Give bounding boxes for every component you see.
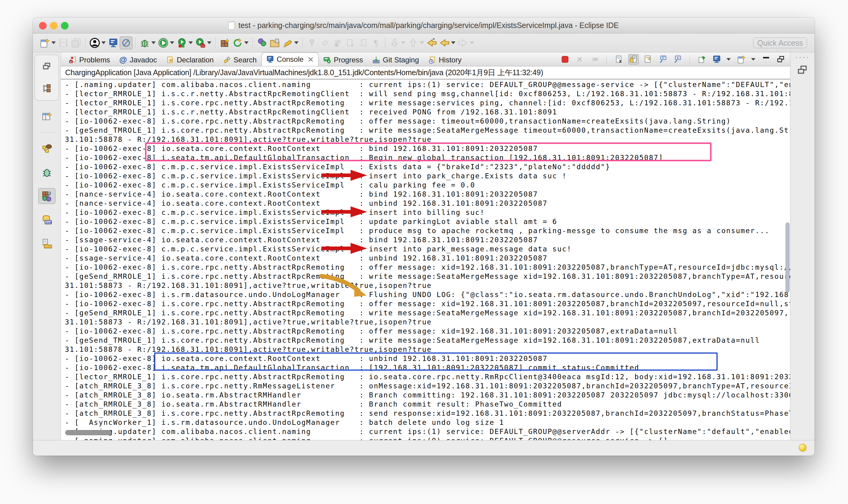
new-wizard-icon[interactable] <box>38 37 51 49</box>
show-console-on-output-icon[interactable] <box>658 54 668 65</box>
open-perspective-icon[interactable] <box>38 109 55 125</box>
log-line: - [atch_RMROLE_3_8] i.s.core.rpc.netty.R… <box>65 381 790 391</box>
minimize-window-button[interactable] <box>50 22 57 30</box>
java-perspective-icon[interactable]: J <box>38 188 55 204</box>
tab-console[interactable]: Console ⨯ <box>261 52 318 66</box>
drag-grip[interactable] <box>796 57 809 58</box>
tab-javadoc[interactable]: @ Javadoc <box>115 54 161 66</box>
back-icon[interactable] <box>438 37 451 49</box>
console-view: x Problems @ Javadoc Declaration Search <box>61 53 790 440</box>
tab-search[interactable]: Search <box>219 54 261 66</box>
svg-text:x: x <box>619 58 622 64</box>
debug-perspective-icon[interactable] <box>38 164 55 180</box>
log-line: - [io-10062-exec-8] i.s.core.rpc.netty.A… <box>65 299 790 308</box>
update-project-dropdown[interactable] <box>244 41 248 44</box>
word-wrap-icon[interactable] <box>643 54 653 65</box>
progress-icon <box>323 56 331 64</box>
tab-progress[interactable]: Progress <box>318 54 368 66</box>
maximize-view-icon[interactable] <box>776 54 786 65</box>
minimize-view-icon[interactable] <box>761 54 771 65</box>
debug-icon[interactable] <box>138 37 151 49</box>
show-console-on-error-icon[interactable]: x: <box>672 54 682 65</box>
fast-view-panel <box>34 54 59 101</box>
restore-view-icon[interactable] <box>38 58 55 74</box>
resource-perspective-icon[interactable] <box>38 236 55 251</box>
console-log-viewport[interactable]: - [.naming.updater] com.alibaba.nacos.cl… <box>61 79 790 440</box>
last-edit-location-icon[interactable]: * <box>425 37 438 49</box>
display-selected-console-icon[interactable] <box>712 54 722 65</box>
log-line: - [atch_RMROLE_3_8] io.seata.rm.Abstract… <box>65 400 790 409</box>
tab-label: Javadoc <box>130 56 157 64</box>
log-line: - [io-10062-exec-8] i.s.rm.datasource.un… <box>65 290 790 299</box>
blue-annotation-box <box>154 353 717 371</box>
tab-git-staging[interactable]: Git Staging <box>368 54 424 66</box>
close-tab-icon[interactable]: ⨯ <box>308 55 314 64</box>
log-line: - [io-10062-exec-8] c.m.p.c.service.impl… <box>65 180 790 190</box>
run-icon[interactable] <box>157 37 170 49</box>
notification-ball-icon[interactable] <box>799 444 807 452</box>
status-bar <box>33 440 814 456</box>
back-dropdown[interactable] <box>451 41 455 44</box>
scroll-lock-icon[interactable] <box>628 54 639 65</box>
run-dropdown[interactable] <box>170 41 174 44</box>
open-type-icon[interactable] <box>256 37 269 49</box>
user-profile-dropdown[interactable] <box>101 41 106 44</box>
log-line: - [.naming.updater] com.alibaba.nacos.cl… <box>65 427 790 436</box>
spring-boot-dashboard-icon[interactable] <box>38 141 55 157</box>
terminate-icon[interactable] <box>560 54 570 65</box>
perspective-bar: J SVN <box>33 53 61 440</box>
tab-label: Problems <box>79 56 110 64</box>
svg-text:J: J <box>48 191 51 196</box>
tab-history[interactable]: History <box>424 54 466 66</box>
log-line: - [io-10062-exec-8] i.s.core.rpc.netty.A… <box>65 116 790 126</box>
red-arrow-1 <box>321 169 368 181</box>
tab-problems[interactable]: x Problems <box>64 54 115 66</box>
profile-dropdown[interactable] <box>207 41 211 44</box>
highlighter-icon[interactable] <box>281 37 294 49</box>
tab-declaration[interactable]: Declaration <box>161 54 218 66</box>
display-selected-console-dropdown[interactable] <box>726 58 731 60</box>
svg-text:x:: x: <box>676 56 679 59</box>
pin-console-icon[interactable] <box>697 54 707 65</box>
update-project-icon[interactable] <box>231 37 244 49</box>
open-task-icon[interactable] <box>269 37 281 49</box>
tab-label: History <box>439 56 462 64</box>
title-bar[interactable]: test - parking-charging/src/main/java/co… <box>33 18 814 34</box>
collapsed-view-strip <box>790 53 814 440</box>
open-console-icon[interactable] <box>736 54 747 65</box>
debug-dropdown[interactable] <box>151 41 156 44</box>
type-hierarchy-icon[interactable] <box>38 80 55 96</box>
pink-annotation-box <box>145 142 712 161</box>
previous-annotation-icon <box>357 37 369 49</box>
open-console-view-icon[interactable] <box>107 37 120 49</box>
log-line: 31.101:58873 - R:/192.168.31.101:8091],a… <box>65 281 790 290</box>
skip-all-breakpoints-icon[interactable] <box>120 37 133 49</box>
user-profile-icon[interactable] <box>88 37 101 49</box>
coverage-dropdown[interactable] <box>189 41 193 44</box>
clear-console-icon[interactable]: x <box>614 54 624 65</box>
next-annotation-icon <box>344 37 357 49</box>
next-edit-location-icon <box>388 37 401 49</box>
log-line: - [ AsyncWorker_1] i.s.rm.datasource.und… <box>65 418 790 427</box>
log-line: - [io-10062-exec-8] i.s.core.rpc.netty.A… <box>65 327 790 336</box>
zoom-window-button[interactable] <box>61 22 69 30</box>
profile-icon[interactable] <box>194 37 207 49</box>
open-console-dropdown[interactable] <box>751 58 756 60</box>
declaration-icon <box>166 56 174 64</box>
quick-access-button[interactable]: Quick Access <box>753 37 807 48</box>
highlighter-dropdown[interactable] <box>294 41 298 44</box>
log-line: - [lector_RMROLE_1] i.s.c.r.netty.Abstra… <box>65 107 790 116</box>
new-wizard-dropdown[interactable] <box>51 41 56 44</box>
restore-panel-icon[interactable] <box>797 65 808 75</box>
console-log[interactable]: - [.naming.updater] com.alibaba.nacos.cl… <box>65 80 790 440</box>
tab-label: Search <box>233 56 257 64</box>
coverage-icon[interactable] <box>175 37 188 49</box>
svn-repository-icon[interactable]: SVN <box>38 212 55 228</box>
new-java-project-icon[interactable] <box>219 37 231 49</box>
window-title-area: test - parking-charging/src/main/java/co… <box>33 18 814 33</box>
close-window-button[interactable] <box>39 22 47 30</box>
vertical-scrollbar-thumb[interactable] <box>785 222 790 292</box>
horizontal-scrollbar-thumb[interactable] <box>65 430 111 435</box>
log-line: - [geSend_TMROLE_1] i.s.core.rpc.netty.A… <box>65 126 790 135</box>
workbench-body: J SVN x Problems @ Javadoc <box>33 53 814 440</box>
